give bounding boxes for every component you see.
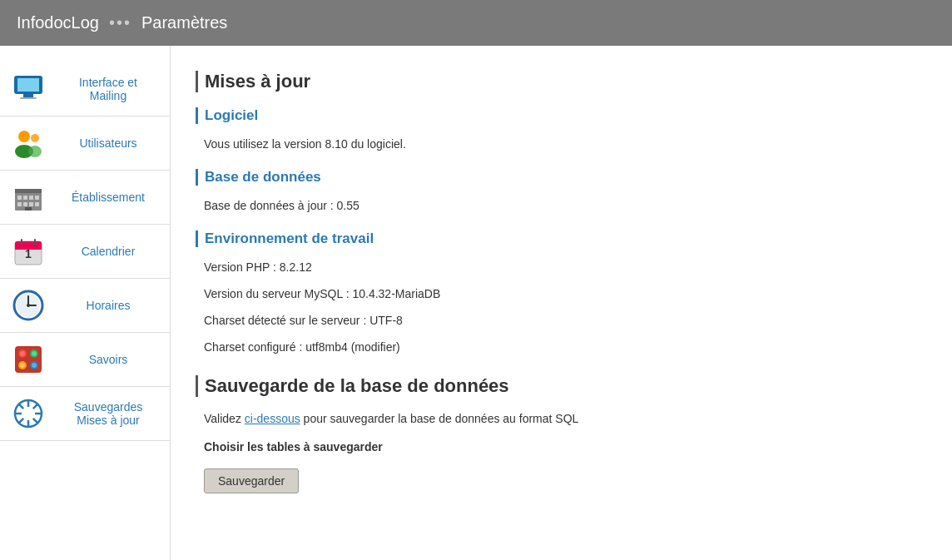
sidebar-item-etablissement[interactable]: Établissement <box>0 171 170 225</box>
main-content: Mises à jour Logiciel Vous utilisez la v… <box>171 46 952 560</box>
app-name: InfodocLog <box>17 13 99 32</box>
svg-rect-13 <box>35 196 39 200</box>
svg-point-38 <box>32 363 37 368</box>
svg-point-37 <box>20 363 25 368</box>
clock-icon <box>10 287 47 324</box>
sidebar-item-calendrier[interactable]: 1 Calendrier <box>0 225 170 279</box>
svg-point-36 <box>32 351 37 356</box>
charset-configured: Charset configuré : utf8mb4 (modifier) <box>196 335 927 359</box>
charset-detected: Charset détecté sur le serveur : UTF-8 <box>196 309 927 332</box>
ci-dessous-link[interactable]: ci-dessous <box>245 412 300 425</box>
sidebar-label-horaires: Horaires <box>57 299 160 312</box>
svg-rect-10 <box>17 196 22 200</box>
svg-rect-12 <box>29 196 33 200</box>
svg-rect-18 <box>25 207 32 211</box>
php-version: Version PHP : 8.2.12 <box>196 255 927 279</box>
sidebar-label-interface-mailing: Interface etMailing <box>57 76 160 102</box>
sidebar-label-sauvegardes: SauvegardesMises à jour <box>57 400 160 427</box>
updates-title: Mises à jour <box>196 71 927 92</box>
svg-point-4 <box>18 131 30 142</box>
update-icon <box>10 395 47 432</box>
base-donnees-subtitle: Base de données <box>196 169 927 186</box>
app-header: InfodocLog ••• Paramètres <box>0 0 952 46</box>
svg-rect-2 <box>23 94 33 97</box>
page-title: Paramètres <box>141 13 227 32</box>
svg-rect-16 <box>29 202 33 206</box>
mysql-version: Version du serveur MySQL : 10.4.32-Maria… <box>196 282 927 305</box>
sidebar-label-calendrier: Calendrier <box>57 245 160 258</box>
sidebar-item-savoirs[interactable]: Savoirs <box>0 333 170 387</box>
svg-rect-1 <box>17 78 39 92</box>
logiciel-text: Vous utilisez la version 8.10 du logicie… <box>196 132 927 156</box>
svg-rect-11 <box>23 196 27 200</box>
svg-line-44 <box>19 404 24 409</box>
svg-point-29 <box>27 304 30 307</box>
svg-rect-15 <box>23 202 27 206</box>
header-separator: ••• <box>109 13 131 32</box>
sidebar-item-utilisateurs[interactable]: Utilisateurs <box>0 116 170 171</box>
building-icon <box>10 179 47 216</box>
svg-rect-3 <box>20 97 37 99</box>
env-travail-subtitle: Environnement de travail <box>196 230 927 247</box>
sidebar-item-horaires[interactable]: Horaires <box>0 279 170 333</box>
svg-rect-30 <box>15 346 42 373</box>
base-donnees-text: Base de données à jour : 0.55 <box>196 194 927 217</box>
sidebar-label-savoirs: Savoirs <box>57 353 160 366</box>
svg-rect-9 <box>15 189 42 193</box>
sidebar-item-interface-mailing[interactable]: Interface etMailing <box>0 62 170 116</box>
sidebar-label-etablissement: Établissement <box>57 191 160 204</box>
savoirs-icon <box>10 341 47 378</box>
svg-point-6 <box>31 134 39 142</box>
svg-rect-17 <box>35 202 39 206</box>
svg-line-47 <box>19 419 24 424</box>
calendar-icon: 1 <box>10 233 47 270</box>
users-icon <box>10 125 47 161</box>
choose-tables-label: Choisir les tables à sauvegarder <box>196 437 927 457</box>
logiciel-subtitle: Logiciel <box>196 107 927 124</box>
monitor-icon <box>10 71 47 107</box>
main-layout: Interface etMailing Utilisateurs <box>0 46 952 560</box>
svg-rect-14 <box>17 202 22 206</box>
svg-point-7 <box>28 146 42 157</box>
svg-text:1: 1 <box>25 247 32 260</box>
sidebar: Interface etMailing Utilisateurs <box>0 46 171 560</box>
sauvegarde-title: Sauvegarde de la base de données <box>196 375 927 397</box>
sidebar-item-sauvegardes[interactable]: SauvegardesMises à jour <box>0 387 170 441</box>
save-button[interactable]: Sauvegarder <box>204 468 299 493</box>
sauvegarde-description: Validez ci-dessous pour sauvegarder la b… <box>196 409 927 429</box>
svg-line-45 <box>33 419 38 424</box>
svg-point-35 <box>20 351 25 356</box>
svg-line-46 <box>33 404 38 409</box>
sidebar-label-utilisateurs: Utilisateurs <box>57 136 160 150</box>
